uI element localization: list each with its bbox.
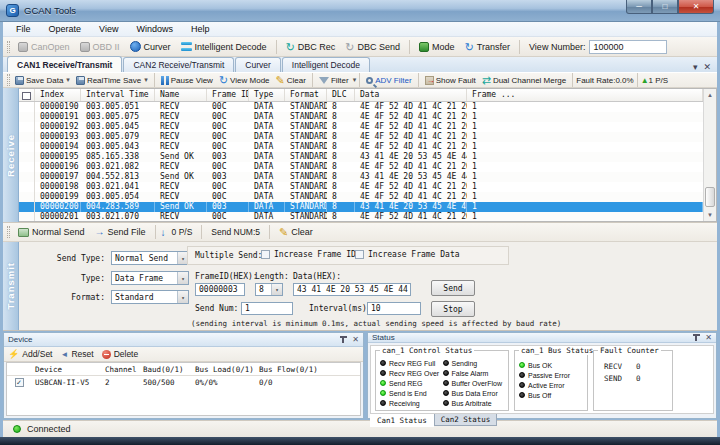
column-header[interactable]: Channel: [101, 363, 139, 375]
menu-file[interactable]: File: [7, 24, 40, 34]
maximize-button[interactable]: □: [652, 0, 678, 14]
column-header[interactable]: Type: [249, 89, 285, 101]
data-input[interactable]: 43 41 4E 20 53 45 4E 44: [293, 283, 411, 296]
pause-view-button[interactable]: Pause View: [158, 76, 216, 85]
normal-send-button[interactable]: Normal Send: [14, 226, 89, 238]
adv-filter-button[interactable]: ADV Filter: [363, 76, 414, 85]
close-icon[interactable]: ✕: [352, 336, 359, 344]
scroll-down-icon[interactable]: ▼: [704, 209, 716, 221]
status-led-row: Send is End: [380, 388, 443, 398]
document-tabs: CAN1 Receive/Transmit CAN2 Receive/Trans…: [3, 57, 717, 73]
send-button[interactable]: Send: [431, 280, 475, 296]
column-header[interactable]: Interval Time: [81, 89, 155, 101]
filter-button[interactable]: Filter: [316, 76, 352, 85]
chevron-down-icon[interactable]: ▾: [353, 76, 357, 84]
led-label: Bus OK: [528, 362, 552, 369]
frame-row[interactable]: 00000198003.021.041RECV00CDATASTANDARD84…: [19, 182, 703, 192]
frame-id-input[interactable]: 00000003: [195, 283, 245, 296]
tab-dropdown-icon[interactable]: ▾: [693, 62, 698, 72]
scroll-up-icon[interactable]: ▲: [704, 89, 716, 101]
device-row[interactable]: ✓USBCAN-II-V52500/5000%/0%0/0: [7, 376, 360, 389]
show-fault-button[interactable]: Show Fault: [422, 76, 479, 85]
tab-close-icon[interactable]: ✕: [703, 62, 711, 72]
menu-operate[interactable]: Operate: [40, 24, 91, 34]
column-header[interactable]: Name: [155, 89, 207, 101]
tab-curver[interactable]: Curver: [235, 57, 281, 72]
column-header[interactable]: Bus Load(0/1): [191, 363, 255, 375]
add-set-button[interactable]: ⚡ Add/Set: [8, 349, 52, 359]
frame-row[interactable]: 00000199003.005.054RECV00CDATASTANDARD84…: [19, 192, 703, 202]
send-clear-button[interactable]: ✎ Clear: [275, 226, 317, 238]
dual-channel-merge-button[interactable]: ⇄ Dual Channel Merge: [479, 75, 570, 85]
interval-input[interactable]: 10: [367, 302, 421, 315]
frame-row[interactable]: 00000196003.021.082RECV00CDATASTANDARD84…: [19, 162, 703, 172]
column-header[interactable]: Bus Flow(0/1): [255, 363, 360, 375]
column-header[interactable]: Format: [285, 89, 327, 101]
frame-row[interactable]: 00000194003.005.043RECV00CDATASTANDARD84…: [19, 142, 703, 152]
menu-help[interactable]: Help: [182, 24, 219, 34]
length-select[interactable]: 8 ▾: [255, 283, 283, 296]
tab-can1-receive-transmit[interactable]: CAN1 Receive/Transmit: [7, 56, 122, 72]
canopen-button[interactable]: CanOpen: [14, 41, 74, 53]
transfer-button[interactable]: ↻ Transfer: [461, 41, 514, 53]
column-header[interactable]: DLC: [327, 89, 355, 101]
column-header[interactable]: Data: [355, 89, 467, 101]
tab-can1-status[interactable]: Can1 Status: [370, 414, 434, 427]
column-header[interactable]: Index: [35, 89, 81, 101]
led-label: Recv REG Over: [389, 370, 439, 377]
column-header[interactable]: Frame ...: [467, 89, 703, 101]
tab-intelligent-decode[interactable]: Intelligent Decode: [282, 57, 370, 72]
frame-row[interactable]: 00000200004.283.589Send OK003DATASTANDAR…: [19, 202, 703, 212]
frame-row[interactable]: 00000190003.005.051RECV00CDATASTANDARD84…: [19, 102, 703, 112]
minimize-button[interactable]: ─: [626, 0, 652, 14]
clear-button[interactable]: ✎ Clear: [273, 75, 309, 85]
cell: STANDARD: [285, 162, 327, 172]
stop-button[interactable]: Stop: [431, 301, 475, 317]
close-icon[interactable]: ✕: [705, 334, 712, 342]
title-bar: G GCAN Tools ─ □ ✕: [0, 0, 720, 22]
obd2-button[interactable]: OBD II: [76, 41, 124, 53]
dbc-send-button[interactable]: ↻ DBC Send: [341, 41, 404, 53]
device-checkbox[interactable]: ✓: [15, 378, 24, 387]
format-select[interactable]: Standard ▾: [111, 290, 189, 304]
mode-button[interactable]: Mode: [415, 41, 459, 53]
menu-windows[interactable]: Windows: [127, 24, 182, 34]
transmit-side-tab[interactable]: Transmit: [3, 242, 19, 330]
pin-icon[interactable]: [693, 334, 700, 341]
vertical-scrollbar[interactable]: ▲ ▼: [703, 89, 716, 221]
scroll-thumb[interactable]: [705, 187, 715, 207]
menu-view[interactable]: View: [90, 24, 127, 34]
close-button[interactable]: ✕: [678, 0, 714, 14]
column-header[interactable]: Baud(0/1): [139, 363, 191, 375]
frame-row[interactable]: 00000201003.021.070RECV00CDATASTANDARD84…: [19, 212, 703, 221]
dbc-rec-button[interactable]: ↻ DBC Rec: [282, 41, 340, 53]
view-number-input[interactable]: 100000: [589, 40, 667, 54]
view-mode-button[interactable]: ↻ View Mode: [216, 75, 273, 85]
tab-can2-status[interactable]: Can2 Status: [434, 414, 498, 426]
send-file-button[interactable]: → Send File: [91, 226, 150, 238]
increase-frame-data-checkbox[interactable]: Increase Frame Data: [355, 250, 460, 259]
send-type-select[interactable]: Normal Send ▾: [111, 251, 189, 265]
curver-button[interactable]: Curver: [126, 40, 175, 53]
frame-row[interactable]: 00000191003.005.075RECV00CDATASTANDARD84…: [19, 112, 703, 122]
frame-row[interactable]: 00000195085.165.338Send OK003DATASTANDAR…: [19, 152, 703, 162]
pin-icon[interactable]: [340, 336, 347, 343]
intelligent-decode-button[interactable]: Intelligent Decode: [177, 41, 271, 53]
frame-row[interactable]: 00000197004.552.813Send OK003DATASTANDAR…: [19, 172, 703, 182]
receive-side-tab[interactable]: Receive: [3, 88, 19, 222]
reset-button[interactable]: ◄ Reset: [60, 349, 93, 359]
send-num-input[interactable]: 1: [241, 302, 293, 315]
increase-frame-id-checkbox[interactable]: Increase Frame ID: [261, 250, 356, 259]
save-data-button[interactable]: Save Data ▾: [12, 76, 73, 85]
delete-button[interactable]: Delete: [102, 349, 139, 359]
transfer-icon: ↻: [465, 42, 474, 52]
realtime-save-button[interactable]: RealTime Save ▾: [73, 76, 151, 85]
frame-row[interactable]: 00000192003.005.045RECV00CDATASTANDARD84…: [19, 122, 703, 132]
frame-row[interactable]: 00000193003.005.079RECV00CDATASTANDARD84…: [19, 132, 703, 142]
type-select[interactable]: Data Frame ▾: [111, 271, 189, 285]
tab-can2-receive-transmit[interactable]: CAN2 Receive/Transmit: [123, 57, 234, 72]
column-header[interactable]: Frame ID: [207, 89, 249, 101]
status-led-row: Recv REG Over: [380, 368, 443, 378]
column-header[interactable]: Device: [31, 363, 101, 375]
select-all-cell[interactable]: [19, 89, 35, 101]
